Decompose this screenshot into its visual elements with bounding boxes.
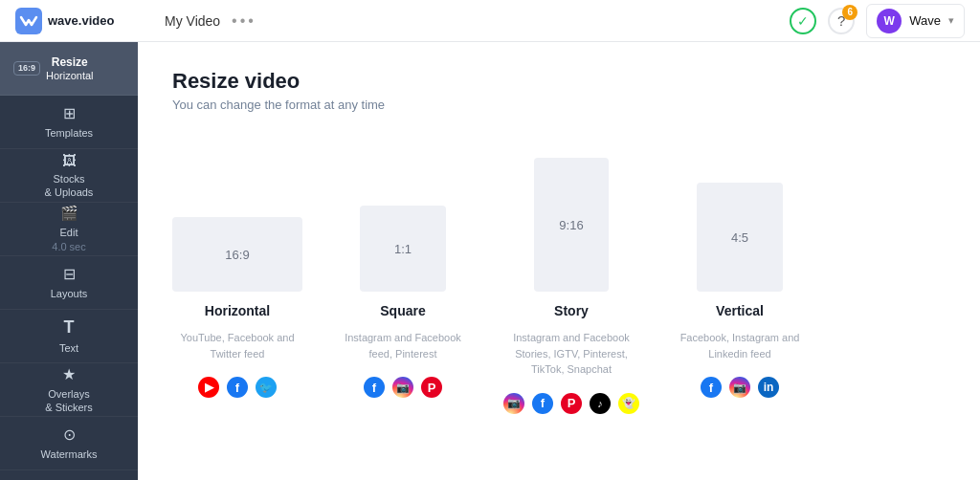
user-avatar: W	[877, 9, 902, 33]
sidebar-item-audio[interactable]: ♪ Audio	[0, 470, 138, 480]
sidebar-label-layouts: Layouts	[51, 287, 88, 300]
ratio-badge: 16:9	[13, 61, 40, 76]
ratio-label-horizontal: 16:9	[225, 248, 249, 262]
sidebar: 16:9 ResizeHorizontal ⊞ Templates 🖼 Stoc…	[0, 42, 138, 480]
facebook-icon-sq: f	[364, 377, 385, 398]
format-card-story[interactable]: 9:16 Story Instagram and Facebook Storie…	[503, 139, 639, 414]
shape-4-5: 4:5	[697, 183, 783, 292]
main-layout: 16:9 ResizeHorizontal ⊞ Templates 🖼 Stoc…	[0, 42, 980, 480]
sidebar-label-templates: Templates	[45, 126, 93, 140]
format-card-vertical[interactable]: 4:5 Vertical Facebook, Instagram and Lin…	[678, 139, 802, 398]
shape-16-9: 16:9	[172, 217, 302, 292]
page-title: Resize video	[172, 69, 946, 94]
page-subtitle: You can change the format at any time	[172, 98, 946, 112]
social-icons-vertical: f 📷 in	[701, 377, 779, 398]
format-card-horizontal[interactable]: 16:9 Horizontal YouTube, Facebook and Tw…	[172, 139, 302, 398]
sidebar-item-text[interactable]: T Text	[0, 310, 138, 363]
facebook-icon-st: f	[532, 393, 553, 414]
user-menu[interactable]: W Wave ▾	[866, 4, 965, 38]
social-icons-square: f 📷 P	[364, 377, 442, 398]
instagram-icon-vt: 📷	[729, 377, 750, 398]
ratio-label-vertical: 4:5	[731, 230, 748, 245]
format-name-story: Story	[554, 303, 589, 318]
help-button[interactable]: ? 6	[828, 8, 855, 34]
stocks-icon: 🖼	[62, 152, 77, 168]
text-icon: T	[64, 317, 75, 338]
format-desc-story: Instagram and Facebook Stories, IGTV, Pi…	[509, 330, 634, 378]
instagram-icon-sq: 📷	[392, 377, 413, 398]
twitter-icon: 🐦	[256, 377, 277, 398]
logo-icon	[15, 8, 42, 34]
shape-1-1: 1:1	[360, 206, 446, 292]
format-name-square: Square	[380, 303, 425, 318]
facebook-icon: f	[227, 377, 248, 398]
pinterest-icon-sq: P	[421, 377, 442, 398]
logo: wave.video	[15, 8, 153, 34]
format-desc-horizontal: YouTube, Facebook and Twitter feed	[175, 330, 300, 361]
logo-text: wave.video	[48, 13, 114, 28]
topbar: wave.video My Video ••• ✓ ? 6 W Wave ▾	[0, 0, 980, 42]
ratio-label-story: 9:16	[559, 218, 583, 232]
format-card-square[interactable]: 1:1 Square Instagram and Facebook feed, …	[341, 139, 465, 398]
sidebar-item-resize[interactable]: 16:9 ResizeHorizontal	[0, 42, 138, 96]
shape-container-vertical: 4:5	[697, 139, 783, 292]
sidebar-label-watermarks: Watermarks	[41, 447, 98, 461]
check-icon: ✓	[790, 8, 816, 34]
instagram-icon-st: 📷	[503, 393, 524, 414]
sidebar-label-stocks: Stocks& Uploads	[45, 172, 94, 200]
shape-container-square: 1:1	[360, 139, 446, 292]
format-desc-vertical: Facebook, Instagram and Linkedin feed	[678, 330, 802, 361]
youtube-icon: ▶	[198, 377, 219, 398]
content-area: Resize video You can change the format a…	[138, 42, 980, 480]
edit-icon: 🎬	[60, 205, 78, 222]
social-icons-horizontal: ▶ f 🐦	[198, 377, 277, 398]
user-name: Wave	[909, 13, 941, 28]
social-icons-story: 📷 f P ♪ 👻	[503, 393, 639, 414]
watermarks-icon: ⊙	[63, 425, 76, 444]
sidebar-label-edit: Edit4.0 sec	[52, 226, 85, 253]
linkedin-icon-vt: in	[758, 377, 779, 398]
chevron-down-icon: ▾	[948, 14, 954, 27]
sidebar-item-edit[interactable]: 🎬 Edit4.0 sec	[0, 203, 138, 256]
format-name-horizontal: Horizontal	[205, 303, 270, 318]
video-title: My Video	[165, 13, 220, 29]
pinterest-icon-st: P	[561, 393, 582, 414]
sidebar-label-overlays: Overlays& Stickers	[45, 387, 93, 415]
templates-icon: ⊞	[63, 104, 76, 122]
overlays-icon: ★	[62, 365, 76, 383]
format-desc-square: Instagram and Facebook feed, Pinterest	[341, 330, 465, 361]
formats-grid: 16:9 Horizontal YouTube, Facebook and Tw…	[172, 139, 946, 414]
notification-badge: 6	[842, 5, 858, 20]
sidebar-label-text: Text	[59, 341, 78, 355]
shape-9-16: 9:16	[534, 158, 609, 292]
sidebar-item-overlays[interactable]: ★ Overlays& Stickers	[0, 363, 138, 417]
sidebar-item-watermarks[interactable]: ⊙ Watermarks	[0, 417, 138, 470]
dots-menu[interactable]: •••	[232, 12, 256, 30]
topbar-right: ✓ ? 6 W Wave ▾	[790, 4, 965, 38]
sidebar-item-templates[interactable]: ⊞ Templates	[0, 96, 138, 149]
resize-label: ResizeHorizontal	[46, 55, 94, 82]
ratio-label-square: 1:1	[394, 242, 412, 256]
resize-header: 16:9 ResizeHorizontal	[6, 55, 132, 82]
layouts-icon: ⊟	[63, 265, 76, 283]
sidebar-item-layouts[interactable]: ⊟ Layouts	[0, 256, 138, 310]
snapchat-icon-st: 👻	[618, 393, 639, 414]
shape-container-story: 9:16	[534, 139, 609, 292]
format-name-vertical: Vertical	[716, 303, 764, 318]
tiktok-icon-st: ♪	[590, 393, 611, 414]
shape-container-horizontal: 16:9	[172, 139, 302, 292]
sidebar-item-stocks[interactable]: 🖼 Stocks& Uploads	[0, 149, 138, 203]
facebook-icon-vt: f	[701, 377, 722, 398]
